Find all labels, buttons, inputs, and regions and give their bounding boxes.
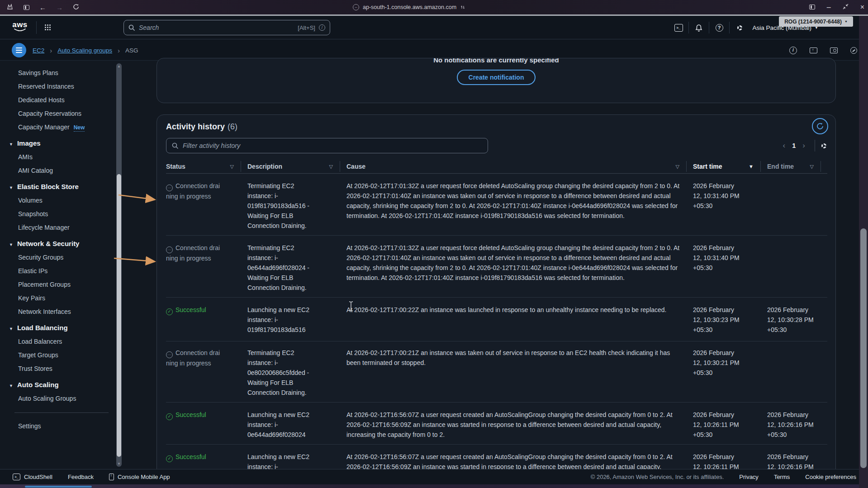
table-header: Status▽ Description▽ Cause▽ Start time▼ …	[166, 160, 827, 174]
breadcrumb: EC2 › Auto Scaling groups › ASG	[33, 40, 138, 61]
desktop-edge-strip	[0, 484, 868, 488]
status-cell: ···Connection drai ning in progress	[166, 341, 247, 402]
sidebar-item-reserved-instances[interactable]: Reserved Instances	[0, 80, 116, 93]
breadcrumb-asg-groups-link[interactable]: Auto Scaling groups	[57, 47, 112, 54]
settings-gear-icon[interactable]	[730, 25, 749, 30]
sidebar-item-load-balancers[interactable]: Load Balancers	[0, 335, 116, 348]
sidebar-item-dedicated-hosts[interactable]: Dedicated Hosts	[0, 93, 116, 107]
end-time-cell	[767, 174, 827, 235]
sidebar-item-snapshots[interactable]: Snapshots	[0, 207, 116, 221]
column-header-end-time[interactable]: End time▽	[767, 160, 827, 173]
info-icon[interactable]: i	[789, 47, 797, 54]
filter-funnel-icon[interactable]: ▽	[676, 164, 679, 170]
services-menu-icon[interactable]	[44, 24, 51, 33]
sidebar-item-settings[interactable]: Settings	[0, 419, 116, 433]
scroll-down-icon[interactable]: ▼	[116, 462, 122, 466]
start-time-cell: 2026 February 12, 10:26:11 PM +05:30	[693, 445, 767, 472]
refresh-button[interactable]	[812, 118, 828, 134]
sidebar-item-elastic-ips[interactable]: Elastic IPs	[0, 264, 116, 278]
create-notification-button[interactable]: Create notification	[457, 70, 536, 85]
sidebar-scrollbar[interactable]: ▲ ▼	[116, 63, 122, 467]
previous-page-button[interactable]: ‹	[778, 141, 791, 150]
sidebar-item-savings-plans[interactable]: Savings Plans	[0, 66, 116, 80]
sidebar-item-ami-catalog[interactable]: AMI Catalog	[0, 164, 116, 177]
cloudshell-icon[interactable]: >_	[669, 24, 688, 32]
in-progress-icon: ···	[166, 185, 173, 191]
console-footer: >_CloudShell Feedback Console Mobile App…	[0, 469, 868, 484]
reader-toggle-icon[interactable]	[460, 5, 465, 10]
sidebar-item-network-interfaces[interactable]: Network Interfaces	[0, 305, 116, 318]
side-nav-toggle-button[interactable]	[12, 43, 26, 57]
console-mobile-app-button[interactable]: Console Mobile App	[109, 474, 170, 480]
column-header-description[interactable]: Description▽	[247, 160, 346, 173]
filter-funnel-icon[interactable]: ▽	[230, 164, 234, 170]
sidebar-section-ebs[interactable]: ▼Elastic Block Store	[0, 177, 116, 194]
terms-link[interactable]: Terms	[774, 474, 790, 480]
back-icon[interactable]: ←	[39, 4, 46, 11]
notifications-bell-icon[interactable]	[689, 24, 709, 32]
filter-funnel-icon[interactable]: ▽	[329, 164, 333, 170]
taskbar-active-indicator	[25, 486, 92, 488]
restore-window-icon[interactable]	[843, 3, 849, 11]
sidebar-section-load-balancing[interactable]: ▼Load Balancing	[0, 318, 116, 335]
sidebar-item-volumes[interactable]: Volumes	[0, 194, 116, 207]
filter-activity-input[interactable]	[183, 142, 482, 149]
sidebar-item-target-groups[interactable]: Target Groups	[0, 348, 116, 362]
forward-icon[interactable]: →	[56, 4, 63, 11]
page-scrollbar[interactable]	[859, 16, 868, 488]
next-page-button[interactable]: ›	[797, 141, 810, 150]
sidebar-item-amis[interactable]: AMIs	[0, 150, 116, 164]
sidebar-item-placement-groups[interactable]: Placement Groups	[0, 278, 116, 291]
column-header-start-time[interactable]: Start time▼	[693, 160, 767, 173]
help-icon[interactable]: ?	[709, 24, 729, 32]
sidebar-item-key-pairs[interactable]: Key Pairs	[0, 291, 116, 305]
sidebar-item-trust-stores[interactable]: Trust Stores	[0, 362, 116, 375]
extensions-icon[interactable]	[809, 3, 815, 11]
page-scrollbar-thumb[interactable]	[860, 228, 867, 468]
health-status-icon[interactable]	[850, 47, 857, 54]
cookie-preferences-link[interactable]: Cookie preferences	[805, 474, 856, 480]
end-time-cell: 2026 February 12, 10:30:28 PM +05:30	[767, 298, 827, 341]
column-header-cause[interactable]: Cause▽	[346, 160, 693, 173]
search-input[interactable]	[139, 24, 294, 31]
tracking-protection-icon[interactable]: –	[353, 4, 359, 10]
sidebar-scrollbar-thumb[interactable]	[117, 174, 121, 457]
feedback-button[interactable]: Feedback	[68, 474, 94, 480]
address-bar-url[interactable]: ap-south-1.console.aws.amazon.com	[363, 4, 456, 10]
sidebar-item-lifecycle-manager[interactable]: Lifecycle Manager	[0, 221, 116, 234]
search-settings-icon[interactable]: /	[319, 24, 325, 31]
status-text: Successful	[175, 411, 206, 418]
sidebar-toggle-icon[interactable]	[24, 4, 29, 11]
aws-logo[interactable]: aws	[11, 20, 29, 35]
new-features-icon[interactable]	[810, 47, 817, 53]
table-body: ···Connection drai ning in progress Term…	[166, 174, 827, 472]
status-cell: ···Connection drai ning in progress	[166, 236, 247, 297]
sidebar-section-network-security[interactable]: ▼Network & Security	[0, 234, 116, 251]
sidebar-section-images[interactable]: ▼Images	[0, 134, 116, 150]
sort-descending-icon[interactable]: ▼	[749, 164, 754, 169]
privacy-link[interactable]: Privacy	[739, 474, 759, 480]
copyright-text: © 2026, Amazon Web Services, Inc. or its…	[591, 474, 724, 480]
page-number[interactable]: 1	[790, 142, 797, 149]
cloudshell-button[interactable]: >_CloudShell	[13, 474, 52, 480]
sidebar-item-security-groups[interactable]: Security Groups	[0, 251, 116, 264]
sidebar-item-capacity-manager[interactable]: Capacity ManagerNew	[0, 120, 116, 134]
reload-icon[interactable]	[73, 4, 79, 11]
search-shortcut-hint: [Alt+S]	[298, 24, 315, 31]
sidebar-item-auto-scaling-groups[interactable]: Auto Scaling Groups	[0, 392, 116, 405]
filter-funnel-icon[interactable]: ▽	[810, 164, 814, 170]
scroll-up-icon[interactable]: ▲	[116, 64, 122, 68]
demo-icon[interactable]	[830, 47, 838, 53]
account-menu-button[interactable]: ROG (1214-9007-6448)▼	[779, 16, 853, 27]
start-time-cell: 2026 February 12, 10:30:21 PM +05:30	[693, 341, 767, 402]
cause-cell: At 2026-02-12T17:01:32Z a user request f…	[346, 174, 693, 235]
sidebar-section-auto-scaling[interactable]: ▼Auto Scaling	[0, 375, 116, 392]
minimize-icon[interactable]: –	[827, 3, 831, 11]
breadcrumb-ec2-link[interactable]: EC2	[33, 47, 44, 54]
table-preferences-button[interactable]	[820, 143, 828, 148]
column-header-status[interactable]: Status▽	[166, 160, 247, 173]
close-icon[interactable]: ×	[860, 3, 864, 11]
sidebar-item-capacity-reservations[interactable]: Capacity Reservations	[0, 107, 116, 120]
activity-history-card: Activity history(6) ‹ 1 › Status▽ Descri…	[157, 114, 836, 472]
browser-app-icon[interactable]	[6, 3, 14, 12]
